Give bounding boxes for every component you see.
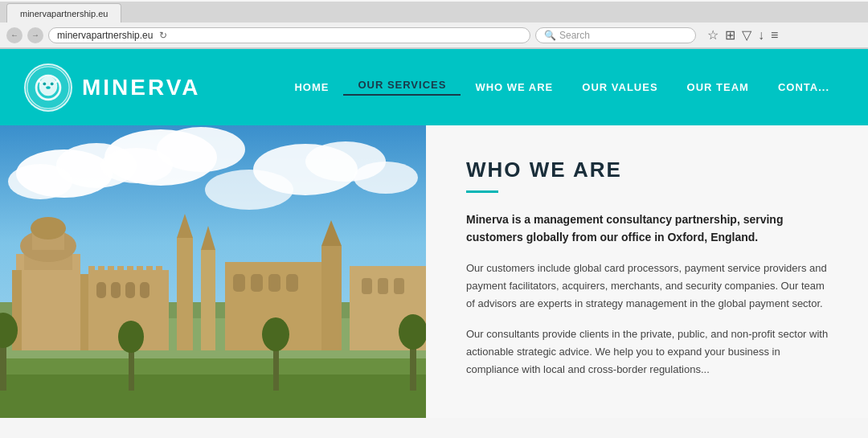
title-underline — [466, 190, 498, 193]
svg-rect-48 — [268, 274, 280, 292]
oxford-skyline-svg — [0, 125, 426, 418]
nav-item-our-services[interactable]: OUR SERVICES — [343, 79, 461, 96]
svg-rect-36 — [117, 266, 124, 274]
svg-rect-37 — [127, 266, 133, 274]
svg-rect-35 — [108, 266, 114, 274]
svg-point-61 — [118, 321, 144, 353]
bookmark-icon[interactable]: ☆ — [707, 27, 719, 43]
nav-item-our-values[interactable]: OUR VALUES — [567, 81, 672, 93]
browser-nav-bar: ← → minervapartnership.eu ↻ 🔍 Search ☆ ⊞… — [0, 23, 868, 48]
svg-point-63 — [262, 317, 289, 351]
svg-point-1 — [39, 76, 57, 96]
site-header: MINERVA HOME OUR SERVICES WHO WE ARE OUR… — [0, 49, 868, 125]
menu-icon[interactable]: ≡ — [771, 28, 778, 43]
url-text: minervapartnership.eu — [57, 30, 153, 41]
svg-rect-53 — [362, 278, 372, 294]
svg-rect-33 — [88, 266, 95, 274]
refresh-icon[interactable]: ↻ — [159, 30, 167, 41]
logo-area: MINERVA — [24, 63, 201, 112]
back-button[interactable]: ← — [6, 27, 23, 43]
svg-rect-30 — [111, 282, 121, 298]
svg-point-18 — [205, 170, 293, 210]
svg-rect-32 — [140, 282, 149, 298]
svg-rect-49 — [286, 274, 298, 292]
svg-rect-39 — [146, 266, 153, 274]
intro-paragraph: Minerva is a management consultancy part… — [466, 211, 836, 247]
svg-rect-50 — [321, 246, 342, 350]
svg-rect-34 — [98, 266, 104, 274]
svg-point-4 — [51, 82, 54, 85]
download-icon[interactable]: ↓ — [758, 28, 764, 43]
browser-icons: ☆ ⊞ ▽ ↓ ≡ — [707, 27, 778, 43]
forward-button[interactable]: → — [27, 27, 43, 43]
nav-item-our-team[interactable]: OUR TEAM — [673, 81, 764, 93]
svg-rect-54 — [378, 278, 388, 294]
svg-rect-31 — [125, 282, 135, 298]
svg-rect-29 — [96, 282, 106, 298]
nav-item-home[interactable]: HOME — [280, 81, 343, 93]
logo-text: MINERVA — [82, 75, 201, 100]
search-placeholder: Search — [559, 30, 590, 41]
svg-rect-57 — [0, 375, 426, 418]
site-nav: HOME OUR SERVICES WHO WE ARE OUR VALUES … — [280, 79, 844, 96]
nav-item-contact[interactable]: CONTA... — [764, 81, 844, 93]
content-area: WHO WE ARE Minerva is a management consu… — [426, 125, 868, 418]
tab-label: minervapartnership.eu — [20, 9, 108, 18]
oxford-image — [0, 125, 426, 418]
search-bar[interactable]: 🔍 Search — [535, 27, 696, 43]
svg-point-14 — [100, 148, 173, 183]
logo-circle — [24, 63, 72, 112]
logo-svg — [26, 65, 71, 110]
nav-item-who-we-are[interactable]: WHO WE ARE — [461, 81, 567, 93]
main-content: WHO WE ARE Minerva is a management consu… — [0, 125, 868, 418]
paragraph-2: Our consultants provide clients in the p… — [466, 325, 836, 379]
section-title: WHO WE ARE — [466, 158, 836, 182]
svg-rect-55 — [394, 278, 404, 294]
browser-tabs: minervapartnership.eu — [0, 2, 868, 23]
svg-rect-47 — [251, 274, 263, 292]
svg-rect-38 — [137, 266, 143, 274]
search-icon: 🔍 — [544, 30, 556, 41]
svg-point-3 — [43, 82, 46, 85]
svg-point-11 — [8, 164, 72, 199]
url-bar[interactable]: minervapartnership.eu ↻ — [48, 27, 530, 43]
reader-icon[interactable]: ⊞ — [725, 27, 735, 43]
svg-point-17 — [354, 162, 418, 194]
svg-rect-40 — [156, 266, 162, 274]
browser-chrome: minervapartnership.eu ← → minervapartner… — [0, 2, 868, 49]
svg-point-25 — [31, 217, 66, 239]
svg-rect-41 — [177, 238, 193, 350]
svg-rect-43 — [201, 250, 215, 350]
svg-rect-46 — [233, 274, 245, 292]
paragraph-1: Our customers include global card proces… — [466, 260, 836, 313]
browser-tab[interactable]: minervapartnership.eu — [6, 3, 121, 23]
svg-point-5 — [46, 86, 51, 89]
pocket-icon[interactable]: ▽ — [742, 27, 751, 43]
